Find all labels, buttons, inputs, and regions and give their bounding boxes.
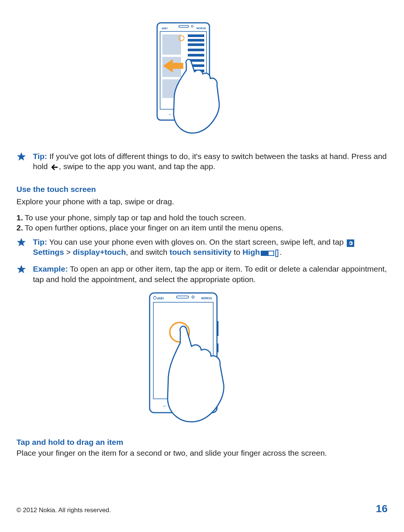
svg-text:at&t: at&t [162,27,168,30]
svg-text:NOKIA: NOKIA [201,296,212,300]
toggle-icon [261,250,278,257]
svg-rect-6 [162,34,181,55]
heading-use-touch-screen: Use the touch screen [16,184,388,194]
tip2-t3: to [232,248,242,256]
svg-marker-29 [17,265,26,273]
svg-text:←: ← [162,403,168,409]
svg-rect-12 [188,43,204,46]
gt: > [64,248,73,256]
svg-rect-10 [188,34,204,37]
gear-icon [347,239,354,247]
example-text: To open an app or other item, tap the ap… [33,265,387,283]
svg-rect-14 [188,54,204,56]
displaytouch-label: display+touch [73,248,126,256]
tip1-text-after: , swipe to the app you want, and tap the… [59,162,215,171]
svg-rect-11 [188,39,204,42]
tip2-period: . [280,248,282,256]
swipe-illustration-svg: at&t NOKIA ← [153,21,251,141]
step-1: 1. To use your phone, simply tap or tap … [16,213,388,223]
tip-callout-2: Tip: You can use your phone even with gl… [16,237,388,257]
illustration-tap: at&t NOKIA ← [16,291,388,426]
tip2-t2: , and switch [126,248,170,256]
tip2-t1: You can use your phone even with gloves … [47,238,346,246]
tip-label: Tip: [33,152,47,160]
star-icon [16,237,33,247]
tip-label: Tip: [33,238,47,246]
example-callout: Example: To open an app or other item, t… [16,264,388,284]
svg-rect-45 [217,321,218,336]
star-icon [16,264,33,274]
svg-text:NOKIA: NOKIA [196,27,206,30]
svg-text:at&t: at&t [157,296,164,300]
high-label: High [242,248,260,256]
svg-rect-46 [217,343,218,352]
example-label: Example: [33,265,68,273]
page-footer: © 2012 Nokia. All rights reserved. 16 [16,502,388,516]
svg-text:←: ← [168,112,173,117]
settings-label: Settings [33,248,64,256]
tip-callout-1: Tip: If you've got lots of different thi… [16,151,388,173]
drag-text: Place your finger on the item for a seco… [16,448,388,458]
step-2: 2. To open further options, place your f… [16,223,388,233]
heading-tap-hold-drag: Tap and hold to drag an item [16,437,388,447]
svg-rect-13 [188,49,204,51]
star-icon [16,151,33,162]
steps-list: 1. To use your phone, simply tap or tap … [16,213,388,233]
svg-marker-27 [17,152,26,160]
page-number: 16 [376,502,388,516]
copyright: © 2012 Nokia. All rights reserved. [16,506,111,514]
touch-sensitivity-label: touch sensitivity [169,248,232,256]
back-arrow-icon [51,162,58,172]
svg-marker-28 [17,238,26,246]
touch-intro: Explore your phone with a tap, swipe or … [16,196,388,207]
illustration-swipe: at&t NOKIA ← [16,21,388,141]
tap-illustration-svg: at&t NOKIA ← [146,291,258,426]
